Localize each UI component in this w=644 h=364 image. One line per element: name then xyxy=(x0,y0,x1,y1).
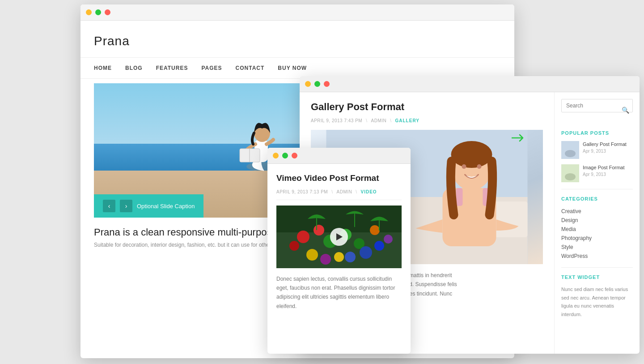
video-post-author: ADMIN xyxy=(336,189,352,194)
mid-titlebar xyxy=(300,76,640,92)
svg-point-27 xyxy=(289,241,299,251)
svg-point-32 xyxy=(345,252,356,262)
svg-rect-9 xyxy=(456,188,463,206)
popular-post-1-date: Apr 9, 2013 xyxy=(583,149,633,154)
sidebar-divider-2 xyxy=(561,267,633,268)
gallery-meta-sep1: \ xyxy=(366,118,367,123)
gallery-meta-sep2: \ xyxy=(390,118,391,123)
back-dot-yellow[interactable] xyxy=(86,9,92,15)
popular-post-2-thumb xyxy=(561,164,579,182)
hero-next-btn[interactable]: › xyxy=(120,200,132,212)
play-button[interactable] xyxy=(330,228,348,246)
mid-dot-red[interactable] xyxy=(324,81,330,87)
svg-point-36 xyxy=(320,254,331,265)
prana-header: Prana xyxy=(80,21,514,58)
gallery-post-category[interactable]: GALLERY xyxy=(395,118,419,123)
video-post-title: Vimeo Video Post Format xyxy=(276,173,402,184)
nav-blog[interactable]: BLOG xyxy=(125,65,143,71)
gallery-arrow-svg xyxy=(512,133,525,142)
category-item-photography[interactable]: Photography xyxy=(561,234,633,243)
popular-post-2-info: Image Post Format Apr 9, 2013 xyxy=(583,164,633,177)
video-meta-sep2: \ xyxy=(356,189,357,194)
nav-pages[interactable]: PAGES xyxy=(201,65,222,71)
svg-point-15 xyxy=(477,164,482,169)
front-window: Vimeo Video Post Format APRIL 9, 2013 7:… xyxy=(267,148,411,354)
video-post-category[interactable]: VIDEO xyxy=(361,189,377,194)
nav-home[interactable]: HOME xyxy=(94,65,112,71)
category-item-style[interactable]: Style xyxy=(561,243,633,252)
video-bg xyxy=(276,206,402,268)
video-thumbnail xyxy=(276,206,402,268)
prana-logo: Prana xyxy=(94,34,514,48)
prana-nav: HOME BLOG FEATURES PAGES CONTACT BUY NOW xyxy=(80,58,514,79)
svg-point-31 xyxy=(360,246,372,259)
gallery-sidebar: 🔍 POPULAR POSTS Gallery Post Format Apr … xyxy=(555,92,640,354)
popular-post-2-date: Apr 9, 2013 xyxy=(583,172,633,177)
video-post-body: Donec sapien lectus, convallis cursus so… xyxy=(276,274,402,311)
popular-post-1-info: Gallery Post Format Apr 9, 2013 xyxy=(583,141,633,154)
svg-point-37 xyxy=(384,235,393,244)
sidebar-divider-1 xyxy=(561,189,633,189)
category-item-design[interactable]: Design xyxy=(561,216,633,225)
front-dot-red[interactable] xyxy=(292,153,297,158)
svg-point-14 xyxy=(462,164,466,169)
mid-dot-yellow[interactable] xyxy=(305,81,311,87)
hero-prev-btn[interactable]: ‹ xyxy=(103,200,115,212)
hero-caption: ‹ › Optional Slide Caption xyxy=(94,194,203,218)
front-dot-green[interactable] xyxy=(282,153,288,158)
svg-point-25 xyxy=(297,231,309,243)
thumb1-img xyxy=(561,141,579,159)
svg-point-33 xyxy=(374,241,384,251)
svg-point-34 xyxy=(306,249,318,261)
back-titlebar xyxy=(80,4,514,21)
popular-post-2: Image Post Format Apr 9, 2013 xyxy=(561,164,633,182)
gallery-post-title: Gallery Post Format xyxy=(311,101,543,113)
gallery-post-meta: APRIL 9, 2013 7:43 PM \ ADMIN \ GALLERY xyxy=(311,118,543,123)
nav-contact[interactable]: CONTACT xyxy=(236,65,265,71)
svg-point-21 xyxy=(565,173,576,180)
categories-label: CATEGORIES xyxy=(561,196,633,201)
video-post-meta: APRIL 9, 2013 7:13 PM \ ADMIN \ VIDEO xyxy=(276,189,402,200)
popular-post-2-title[interactable]: Image Post Format xyxy=(583,164,633,171)
search-icon[interactable]: 🔍 xyxy=(622,107,629,114)
nav-features[interactable]: FEATURES xyxy=(156,65,188,71)
svg-point-26 xyxy=(314,225,324,236)
search-container: 🔍 xyxy=(561,99,633,121)
play-triangle-icon xyxy=(336,233,343,240)
svg-point-18 xyxy=(565,150,576,157)
category-item-creative[interactable]: Creative xyxy=(561,207,633,216)
svg-point-38 xyxy=(370,225,380,235)
popular-post-1-title[interactable]: Gallery Post Format xyxy=(583,141,633,148)
popular-post-1: Gallery Post Format Apr 9, 2013 xyxy=(561,141,633,159)
back-dot-green[interactable] xyxy=(95,9,101,15)
popular-posts-label: POPULAR POSTS xyxy=(561,130,633,136)
hero-caption-text: Optional Slide Caption xyxy=(137,203,195,210)
category-item-wordpress[interactable]: WordPress xyxy=(561,252,633,261)
video-post-content: Vimeo Video Post Format APRIL 9, 2013 7:… xyxy=(267,164,411,354)
front-titlebar xyxy=(267,148,411,164)
gallery-post-date: APRIL 9, 2013 7:43 PM xyxy=(311,118,362,123)
thumb2-img xyxy=(561,164,579,182)
video-meta-sep1: \ xyxy=(331,189,333,194)
text-widget-body: Nunc sed diam nec felis varius sed nec a… xyxy=(561,285,633,319)
popular-post-1-thumb xyxy=(561,141,579,159)
video-post-date: APRIL 9, 2013 7:13 PM xyxy=(276,189,328,194)
back-dot-red[interactable] xyxy=(105,9,110,15)
text-widget-label: TEXT WIDGET xyxy=(561,274,633,280)
nav-buynow[interactable]: BUY NOW xyxy=(278,65,307,71)
gallery-post-author: ADMIN xyxy=(371,118,386,123)
front-dot-yellow[interactable] xyxy=(273,153,279,158)
mid-dot-green[interactable] xyxy=(314,81,320,87)
category-list: Creative Design Media Photography Style … xyxy=(561,207,633,261)
svg-point-35 xyxy=(334,252,344,262)
category-item-media[interactable]: Media xyxy=(561,225,633,234)
